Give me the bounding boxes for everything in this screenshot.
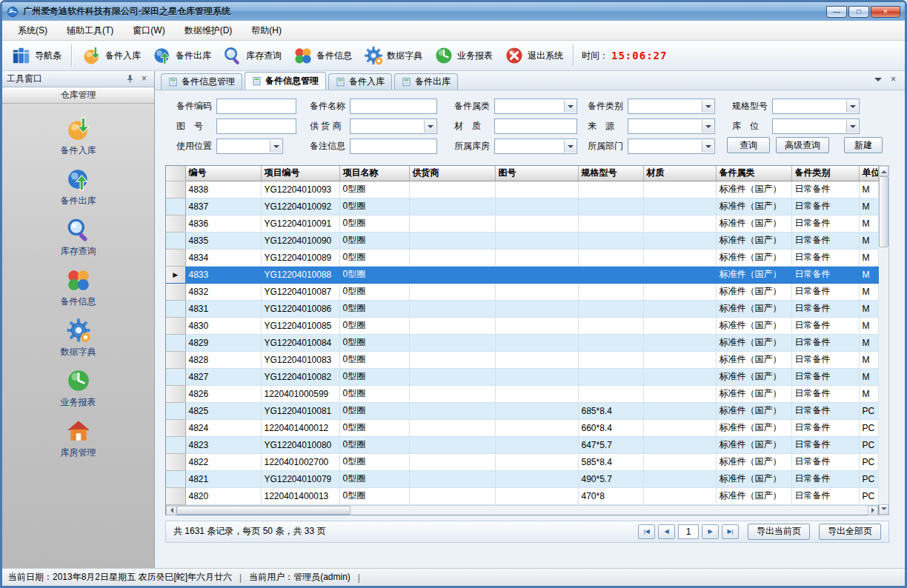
row-selector[interactable]: ▶ xyxy=(166,266,185,283)
grid-cell[interactable]: M xyxy=(859,317,878,334)
vertical-scrollbar[interactable] xyxy=(879,165,889,515)
grid-cell[interactable]: 日常备件 xyxy=(791,436,859,453)
grid-col-header[interactable]: 单位 xyxy=(859,166,878,181)
grid-cell[interactable]: 660*8.4 xyxy=(578,419,643,436)
grid-cell[interactable]: M xyxy=(859,232,878,249)
warehouse-select[interactable] xyxy=(494,138,577,154)
grid-cell[interactable]: 0型圈 xyxy=(339,453,409,470)
grid-cell[interactable] xyxy=(578,351,643,368)
pin-icon[interactable] xyxy=(125,74,135,84)
sidebar-item-report[interactable]: 业务报表 xyxy=(23,363,134,413)
grid-row[interactable]: 4830YG122040100850型圈标准件（国产）日常备件M xyxy=(166,317,878,334)
grid-cell[interactable] xyxy=(643,470,716,487)
grid-cell[interactable] xyxy=(643,317,716,334)
grid-cell[interactable]: 685*8.4 xyxy=(578,402,643,419)
grid-cell[interactable]: 日常备件 xyxy=(791,419,859,436)
toolbar-stock-query[interactable]: 库存查询 xyxy=(218,43,287,68)
sidebar-close-icon[interactable]: × xyxy=(139,74,150,84)
grid-cell[interactable] xyxy=(409,351,495,368)
grid-cell[interactable]: 0型圈 xyxy=(339,436,409,453)
grid-cell[interactable] xyxy=(495,470,578,487)
parts-name-input[interactable] xyxy=(350,98,437,114)
grid-cell[interactable]: 0型圈 xyxy=(339,402,409,419)
menu-system[interactable]: 系统(S) xyxy=(8,21,57,40)
parts-type-select[interactable] xyxy=(628,98,715,114)
grid-cell[interactable]: M xyxy=(859,351,878,368)
grid-cell[interactable]: 4834 xyxy=(185,249,261,266)
grid-cell[interactable]: 标准件（国产） xyxy=(716,300,791,317)
grid-cell[interactable] xyxy=(495,181,578,198)
grid-cell[interactable]: YG12204010092 xyxy=(261,198,339,215)
grid-cell[interactable]: 4835 xyxy=(185,232,261,249)
grid-cell[interactable]: 0型圈 xyxy=(339,232,409,249)
grid-row[interactable]: 4832YG122040100870型圈标准件（国产）日常备件M xyxy=(166,283,878,300)
grid-cell[interactable] xyxy=(409,300,495,317)
location-select[interactable] xyxy=(772,118,860,134)
grid-cell[interactable]: 4829 xyxy=(185,334,261,351)
use-position-select[interactable] xyxy=(216,138,283,154)
scroll-right-button[interactable] xyxy=(868,506,878,515)
grid-cell[interactable]: M xyxy=(859,181,878,198)
grid-cell[interactable]: 日常备件 xyxy=(791,402,859,419)
grid-row[interactable]: 4825YG122040100810型圈685*8.4标准件（国产）日常备件PC xyxy=(166,402,878,419)
grid-cell[interactable]: YG12204010084 xyxy=(261,334,339,351)
query-button[interactable]: 查询 xyxy=(727,137,770,153)
grid-cell[interactable]: M xyxy=(859,215,878,232)
toolbar-nav-bar[interactable]: 导航条 xyxy=(7,43,67,68)
grid-cell[interactable] xyxy=(409,215,495,232)
grid-col-header[interactable]: 备件类别 xyxy=(791,166,859,181)
grid-cell[interactable] xyxy=(495,334,578,351)
grid-cell[interactable]: M xyxy=(859,249,878,266)
grid-cell[interactable] xyxy=(643,402,716,419)
row-selector[interactable] xyxy=(166,419,185,436)
grid-col-header[interactable]: 供货商 xyxy=(409,166,495,181)
grid-cell[interactable]: 标准件（国产） xyxy=(716,351,791,368)
tab-parts-info-manage-1[interactable]: 备件信息管理 xyxy=(161,73,242,90)
grid-cell[interactable]: YG12204010082 xyxy=(261,368,339,385)
grid-cell[interactable]: 标准件（国产） xyxy=(716,181,791,198)
grid-cell[interactable]: 0型圈 xyxy=(339,317,409,334)
grid-cell[interactable] xyxy=(578,385,643,402)
export-current-button[interactable]: 导出当前页 xyxy=(748,524,810,540)
grid-cell[interactable]: 0型圈 xyxy=(339,215,409,232)
grid-cell[interactable]: 标准件（国产） xyxy=(716,215,791,232)
page-number-input[interactable] xyxy=(678,524,699,539)
grid-cell[interactable] xyxy=(495,198,578,215)
grid-cell[interactable]: 标准件（国产） xyxy=(716,419,791,436)
minimize-button[interactable]: — xyxy=(826,6,847,18)
grid-cell[interactable] xyxy=(409,385,495,402)
grid-cell[interactable]: 4822 xyxy=(185,453,261,470)
grid-row[interactable]: 482012204014000130型圈470*8标准件（国产）日常备件PC xyxy=(166,487,878,504)
menu-aux-tools[interactable]: 辅助工具(T) xyxy=(57,21,123,40)
grid-cell[interactable]: M xyxy=(859,334,878,351)
grid-cell[interactable]: 0型圈 xyxy=(339,334,409,351)
grid-cell[interactable]: PC xyxy=(859,470,878,487)
tab-parts-in[interactable]: 备件入库 xyxy=(328,73,392,90)
grid-cell[interactable] xyxy=(495,266,578,283)
grid-cell[interactable]: 标准件（国产） xyxy=(716,334,791,351)
row-selector[interactable] xyxy=(166,198,185,215)
grid-cell[interactable] xyxy=(495,300,578,317)
grid-cell[interactable]: YG12204010080 xyxy=(261,436,339,453)
grid-cell[interactable]: YG12204010087 xyxy=(261,283,339,300)
grid-cell[interactable]: 日常备件 xyxy=(791,181,859,198)
toolbar-parts-info[interactable]: 备件信息 xyxy=(288,43,357,68)
grid-cell[interactable] xyxy=(409,249,495,266)
grid-cell[interactable]: 0型圈 xyxy=(339,419,409,436)
row-selector[interactable] xyxy=(166,215,185,232)
grid-cell[interactable]: 4824 xyxy=(185,419,261,436)
sidebar-item-parts-in[interactable]: 备件入库 xyxy=(23,111,134,161)
grid-cell[interactable] xyxy=(495,419,578,436)
export-all-button[interactable]: 导出全部页 xyxy=(819,524,881,540)
drawing-no-input[interactable] xyxy=(216,118,296,134)
grid-row[interactable]: ▶4833YG122040100880型圈标准件（国产）日常备件M xyxy=(166,266,878,283)
grid-row[interactable]: 4821YG122040100790型圈490*5.7标准件（国产）日常备件PC xyxy=(166,470,878,487)
grid-cell[interactable] xyxy=(495,487,578,504)
grid-cell[interactable]: 0型圈 xyxy=(339,198,409,215)
grid-cell[interactable]: 1220401400012 xyxy=(261,419,339,436)
grid-cell[interactable]: YG12204010090 xyxy=(261,232,339,249)
grid-cell[interactable]: 日常备件 xyxy=(791,249,859,266)
grid-cell[interactable]: PC xyxy=(859,436,878,453)
grid-cell[interactable]: 标准件（国产） xyxy=(716,402,791,419)
scroll-up-button[interactable] xyxy=(879,166,888,176)
